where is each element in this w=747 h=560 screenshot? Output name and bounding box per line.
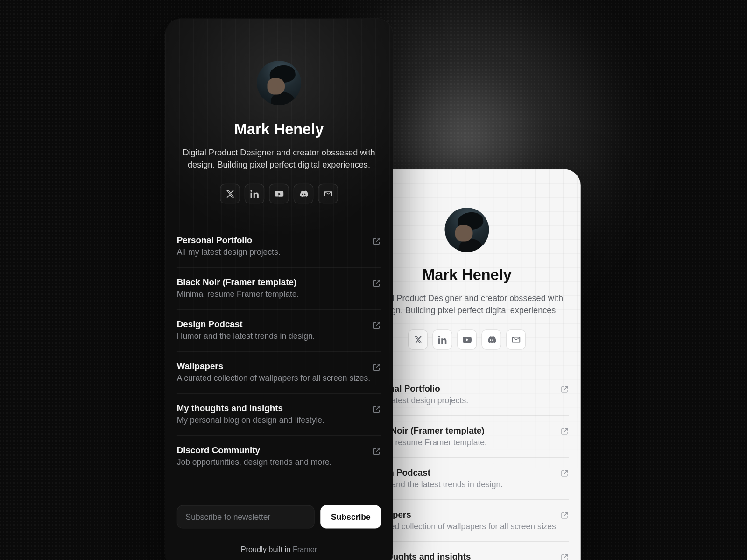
avatar xyxy=(445,208,489,252)
external-link-icon xyxy=(560,553,569,560)
external-link-icon xyxy=(560,427,569,438)
profile-name: Mark Henely xyxy=(365,266,569,284)
social-discord[interactable] xyxy=(294,184,314,204)
links-list: Personal Portfolio All my latest design … xyxy=(365,374,569,560)
link-item[interactable]: Design Podcast Humor and the latest tren… xyxy=(365,458,569,500)
profile-bio: Digital Product Designer and creator obs… xyxy=(177,147,381,171)
link-desc: Humor and the latest trends in design. xyxy=(177,331,315,341)
profile-bio: Digital Product Designer and creator obs… xyxy=(365,292,569,317)
link-title: Wallpapers xyxy=(177,361,370,371)
social-discord[interactable] xyxy=(481,329,501,350)
subscribe-input[interactable] xyxy=(177,505,315,529)
subscribe-button[interactable]: Subscribe xyxy=(321,505,381,529)
footer: Proudly built in Framer Made by Marked ©… xyxy=(177,545,381,560)
footer-built-link[interactable]: Framer xyxy=(293,545,317,554)
link-title: Wallpapers xyxy=(365,509,558,519)
external-link-icon xyxy=(560,469,569,480)
link-title: Design Podcast xyxy=(177,319,315,329)
link-item[interactable]: Design Podcast Humor and the latest tren… xyxy=(177,310,381,352)
link-item[interactable]: Wallpapers A curated collection of wallp… xyxy=(365,500,569,542)
external-link-icon xyxy=(560,511,569,522)
link-desc: All my latest design projects. xyxy=(177,247,281,257)
link-desc: Minimal resume Framer template. xyxy=(177,289,299,299)
external-link-icon xyxy=(373,363,381,374)
profile-card-dark: Mark Henely Digital Product Designer and… xyxy=(165,19,393,560)
link-title: My thoughts and insights xyxy=(177,403,324,413)
links-list: Personal Portfolio All my latest design … xyxy=(177,226,381,477)
link-item[interactable]: My thoughts and insights My personal blo… xyxy=(177,394,381,436)
external-link-icon xyxy=(373,447,381,458)
social-linkedin[interactable] xyxy=(245,184,265,204)
link-item[interactable]: Personal Portfolio All my latest design … xyxy=(177,226,381,268)
link-desc: A curated collection of wallpapers for a… xyxy=(177,373,370,383)
social-email[interactable] xyxy=(318,184,338,204)
link-item[interactable]: Black Noir (Framer template) Minimal res… xyxy=(365,416,569,458)
social-row xyxy=(365,329,569,350)
avatar xyxy=(257,61,301,105)
link-item[interactable]: Discord Community Job opportunities, des… xyxy=(177,436,381,477)
profile-name: Mark Henely xyxy=(177,120,381,139)
link-item[interactable]: My thoughts and insights My personal blo… xyxy=(365,542,569,560)
external-link-icon xyxy=(373,405,381,416)
external-link-icon xyxy=(373,321,381,332)
external-link-icon xyxy=(373,279,381,290)
link-desc: Job opportunities, design trends and mor… xyxy=(177,457,332,467)
social-x[interactable] xyxy=(408,329,428,350)
social-youtube[interactable] xyxy=(457,329,477,350)
link-title: Personal Portfolio xyxy=(177,235,281,245)
social-row xyxy=(177,184,381,204)
link-item[interactable]: Wallpapers A curated collection of wallp… xyxy=(177,352,381,394)
link-item[interactable]: Black Noir (Framer template) Minimal res… xyxy=(177,268,381,310)
social-youtube[interactable] xyxy=(269,184,289,204)
social-linkedin[interactable] xyxy=(432,329,452,350)
subscribe-row: Subscribe xyxy=(177,505,381,529)
link-title: Discord Community xyxy=(177,445,332,455)
social-x[interactable] xyxy=(220,184,240,204)
link-title: Black Noir (Framer template) xyxy=(177,277,299,287)
social-email[interactable] xyxy=(506,329,526,350)
external-link-icon xyxy=(560,385,569,396)
link-item[interactable]: Personal Portfolio All my latest design … xyxy=(365,374,569,416)
link-desc: My personal blog on design and lifestyle… xyxy=(177,415,324,425)
footer-built-prefix: Proudly built in xyxy=(241,545,293,554)
link-desc: A curated collection of wallpapers for a… xyxy=(365,522,558,531)
external-link-icon xyxy=(373,237,381,248)
